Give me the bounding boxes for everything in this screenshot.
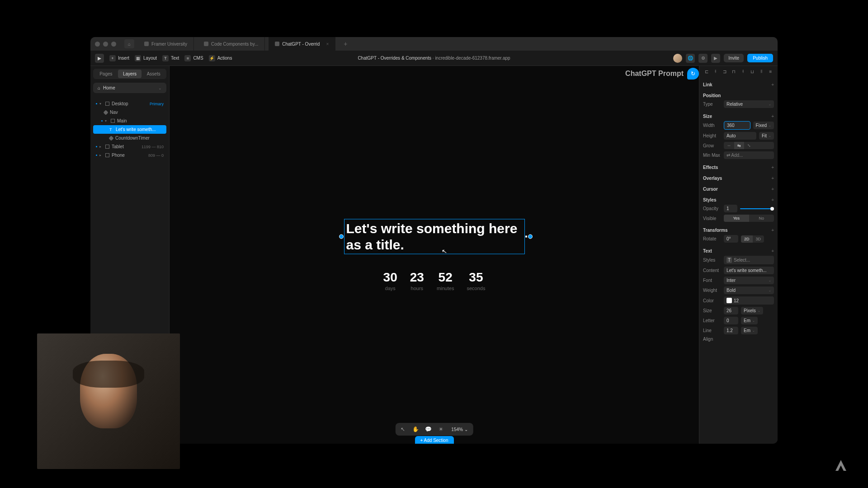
resize-handle-dot[interactable] [525,236,527,238]
selected-text-frame[interactable]: Let's write something here as a title. [344,219,525,254]
home-tab-icon[interactable]: ⌂ [124,39,134,48]
opacity-input[interactable]: 1 [724,205,737,212]
tab-3[interactable]: ChatGPT - Overrid× [269,37,335,51]
plus-icon[interactable]: + [771,82,774,87]
align-left-icon[interactable]: ⊏ [703,69,710,74]
prompt-chip: ChatGPT Prompt ↻ [625,66,699,81]
line-input[interactable]: 1.2 [724,327,738,334]
insert-button[interactable]: +Insert [109,55,129,61]
position-section: Position [703,89,774,100]
type-select[interactable]: Relative⌄ [724,100,774,108]
tab-2[interactable]: Code Components by... [198,37,265,51]
hand-tool-icon[interactable]: ✋ [411,425,420,433]
invite-button[interactable]: Invite [724,54,744,62]
framer-logo-icon[interactable]: ▸ [95,54,104,63]
select-tool-icon[interactable]: ↖ [399,425,407,433]
actions-button[interactable]: ⚡Actions [209,55,232,61]
letter-unit-select[interactable]: Em⌄ [741,317,758,324]
align-center-v-icon[interactable]: ⫲ [740,69,746,74]
height-mode-select[interactable]: Fit⌄ [759,132,774,140]
visible-segment[interactable]: YesNo [724,215,774,222]
text-section: Text+ [703,245,774,256]
font-select[interactable]: Inter⌄ [724,277,774,284]
text-style-select[interactable]: TSelect... [724,256,774,264]
play-icon[interactable]: ▶ [711,54,720,63]
canvas-content: Let's write something here as a title. 3… [344,219,525,291]
effects-section[interactable]: Effects+ [703,161,774,172]
right-panel: ⊏ ⫲ ⊐ ⊓ ⫲ ⊔ ⫴ ≡ Link+ Position TypeRelat… [699,66,778,444]
align-top-icon[interactable]: ⊓ [731,69,737,74]
canvas-toolbar: ↖ ✋ 💬 ☀ 154% ⌄ [395,423,473,436]
brand-logo-icon [832,456,850,474]
tab-assets[interactable]: Assets [142,70,165,78]
layer-countdown[interactable]: CountdownTimer [93,134,166,142]
text-size-unit-select[interactable]: Pixels⌄ [741,307,763,314]
plus-icon: + [109,55,116,61]
globe-icon[interactable]: 🌐 [686,54,695,63]
resize-handle-right[interactable] [528,235,533,239]
project-title: ChatGPT - Overrides & Components · incre… [358,56,510,61]
traffic-lights[interactable] [95,42,116,47]
framer-icon [144,42,149,46]
layer-desktop[interactable]: ▾DesktopPrimary [93,99,166,108]
rotate-input[interactable]: 0° [724,235,738,243]
cms-button[interactable]: ≡CMS [184,55,203,61]
layer-title[interactable]: TLet's write someth... [93,125,166,134]
opacity-slider[interactable] [740,208,774,209]
layer-phone[interactable]: ▸Phone809 — 0 [93,151,166,160]
add-tab-button[interactable]: + [339,40,352,47]
overlays-section[interactable]: Overlays+ [703,172,774,183]
chevron-down-icon: ⌄ [158,86,162,90]
line-unit-select[interactable]: Em⌄ [741,327,758,334]
zoom-level[interactable]: 154% ⌄ [449,427,469,432]
layout-button[interactable]: ▦Layout [135,55,157,61]
align-right-icon[interactable]: ⊐ [722,69,728,74]
layer-nav[interactable]: Nav [93,108,166,117]
minmax-input[interactable]: ⇄ Add... [724,151,774,159]
contrast-tool-icon[interactable]: ☀ [437,425,445,433]
avatar[interactable] [673,54,682,63]
app-window: ⌂ Framer University Code Components by..… [90,37,778,444]
text-button[interactable]: TText [162,55,179,61]
weight-select[interactable]: Bold⌄ [724,286,774,294]
content-input[interactable]: Let's write someth... [724,267,774,274]
add-section-button[interactable]: + Add Section [415,436,454,444]
grow-segment[interactable]: ↔⇆⤡ [724,142,774,149]
tab-pages[interactable]: Pages [94,70,118,78]
width-mode-select[interactable]: Fixed⌄ [753,122,774,129]
home-icon: ⌂ [98,85,100,90]
countdown-seconds: 35seconds [467,270,485,291]
text-size-input[interactable]: 26 [724,307,738,314]
align-center-h-icon[interactable]: ⫲ [712,69,719,74]
resize-handle-left[interactable] [339,235,344,239]
tab-layers[interactable]: Layers [118,70,142,78]
styles-section: Styles+ [703,194,774,205]
panel-tabs: Pages Layers Assets [93,69,166,79]
tab-1[interactable]: Framer University [138,37,194,51]
lightning-icon: ⚡ [209,55,215,61]
comment-tool-icon[interactable]: 💬 [424,425,432,433]
width-input[interactable]: 360 [724,121,750,130]
align-bottom-icon[interactable]: ⊔ [749,69,755,74]
cursor-section[interactable]: Cursor+ [703,183,774,194]
chat-icon[interactable]: ↻ [687,68,699,80]
layout-icon: ▦ [135,55,141,61]
distribute-v-icon[interactable]: ≡ [767,69,774,74]
letter-input[interactable]: 0 [724,317,738,324]
title-text[interactable]: Let's write something here as a title. [346,221,523,253]
cms-icon: ≡ [184,55,191,61]
publish-button[interactable]: Publish [747,54,773,62]
layer-main[interactable]: ▾Main [93,117,166,125]
layer-tablet[interactable]: ▸Tablet1199 — 810 [93,142,166,151]
cursor-icon: ↖ [441,247,448,255]
plus-icon[interactable]: + [771,114,774,119]
height-input[interactable]: Auto [724,132,756,140]
distribute-h-icon[interactable]: ⫴ [758,69,765,74]
rotate-mode-segment[interactable]: 2D3D [741,235,764,243]
canvas[interactable]: ChatGPT Prompt ↻ Let's write something h… [170,66,699,444]
layer-tree: ▾DesktopPrimary Nav ▾Main TLet's write s… [93,99,166,160]
color-input[interactable]: 12 [724,296,774,305]
gear-icon[interactable]: ⚙ [698,54,708,63]
link-section[interactable]: Link+ [703,79,774,89]
page-selector[interactable]: ⌂ Home ⌄ [93,83,166,93]
